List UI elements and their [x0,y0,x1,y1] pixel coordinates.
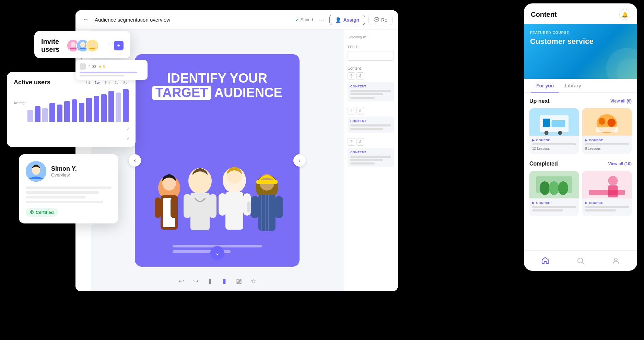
undo-icon[interactable]: ↩ [176,276,186,286]
re-button[interactable]: 💬 Re [368,15,393,25]
filter-1w[interactable]: 1w [93,80,101,85]
active-users-header: Active users 1d 1w 1m 1y 5y [14,79,129,86]
profile-nav-item[interactable] [609,254,623,268]
profile-line-3 [26,196,86,198]
bar-12 [108,91,114,122]
grocery-thumb-svg [582,108,632,136]
content-section-2: ⇧ ⇩ CONTENT [348,107,394,133]
list-bar-2 [80,75,124,76]
course-tag-2: ▶ COURSE [585,138,629,142]
more-button[interactable]: ⋯ [316,15,326,25]
svg-rect-44 [596,127,618,132]
title-input[interactable] [348,51,394,61]
filter-1d[interactable]: 1d [84,80,91,85]
time-filters: 1d 1w 1m 1y 5y [84,80,129,85]
content-label-1: Content [348,66,394,70]
bar-11 [101,94,106,122]
list-preview-card: 4:00 ★ 5 [75,60,148,80]
profile-line-2 [26,191,99,194]
content-tag-3: CONTENT [350,150,391,154]
cafe-thumb-svg [582,171,632,198]
svg-rect-9 [184,194,191,218]
prev-button[interactable]: ‹ [129,154,141,167]
svg-point-42 [599,118,606,125]
star-icon[interactable]: ☆ [248,276,258,286]
slide-wrapper: ‹ › IDENTIFY YOUR TARGET AUDIENCE [135,54,300,267]
active-users-title: Active users [14,79,50,86]
bar-10 [94,96,99,122]
svg-point-31 [90,42,95,47]
svg-rect-25 [275,196,283,218]
featured-title: Customer service [530,37,594,46]
content-tag-2: CONTENT [350,119,391,123]
svg-rect-10 [209,194,216,218]
bar-1 [27,110,33,122]
svg-point-27 [71,42,75,47]
content-panel: Content 🔔 FEATURED COURSE Customer servi… [524,3,637,271]
arrow-buttons-2: ⇧ ⇩ [348,107,394,114]
course-card-4[interactable]: ▶ COURSE [582,171,632,216]
view-all-up-next[interactable]: View all (8) [610,99,632,104]
svg-rect-8 [190,193,210,230]
search-nav-item[interactable] [574,254,587,268]
slide: IDENTIFY YOUR TARGET AUDIENCE [135,54,300,267]
up-arrow-2[interactable]: ⇧ [348,107,355,114]
more-dots[interactable]: ⋮ [106,41,112,50]
course-info-2: ▶ COURSE 8 Lessons [582,136,632,154]
course-tag-1: ▶ COURSE [532,138,576,142]
filter-5y[interactable]: 5y [122,80,129,85]
down-arrow-2[interactable]: ⇩ [356,107,364,114]
content-block-1: CONTENT [348,82,394,101]
svg-line-55 [582,262,584,264]
assign-button[interactable]: 👤 Assign [329,15,365,25]
bottom-toolbar: ↩ ↪ ▮ ▮ ▨ ☆ [176,276,258,286]
course-lessons-1: 12 Lessons [532,147,576,150]
content-tag-1: CONTENT [350,85,391,88]
desktop-icon[interactable]: ▨ [234,276,244,286]
bar-7 [72,99,77,122]
course-card-2[interactable]: ▶ COURSE 8 Lessons [582,108,632,154]
slide-headline-1: IDENTIFY YOUR [167,71,267,85]
panel-header: Content 🔔 [524,3,637,24]
svg-point-49 [558,181,568,195]
back-button[interactable]: ← [81,15,91,25]
arrow-buttons-1: ⇧ ⇩ [348,72,394,80]
list-item-icon [80,63,86,70]
list-time: 4:00 [89,64,96,69]
slide-down-button[interactable]: ⌄ [210,246,224,260]
add-button[interactable]: + [114,41,124,50]
up-arrow-1[interactable]: ⇧ [348,72,355,80]
next-button[interactable]: › [293,154,306,167]
view-all-completed[interactable]: View all (10) [608,161,632,166]
tab-library[interactable]: Library [559,79,586,93]
svg-point-56 [614,258,617,261]
bar-3 [42,108,48,122]
down-arrow-1[interactable]: ⇩ [356,72,364,80]
editor-sidebar: Scrolling m... TITLE Content ⇧ ⇩ CONTENT [343,29,398,291]
tab-for-you[interactable]: For you [531,79,559,93]
svg-point-51 [608,176,618,185]
home-nav-item[interactable] [538,254,552,268]
up-arrow-3[interactable]: ⇧ [348,138,355,146]
course-card-1[interactable]: ▶ COURSE 12 Lessons [529,108,579,154]
course-thumb-2 [582,108,632,136]
filter-1m[interactable]: 1m [103,80,111,85]
course-card-3[interactable]: ▶ COURSE [529,171,579,216]
phone-icon[interactable]: ▮ [220,276,229,286]
up-next-header: Up next View all (8) [529,98,632,104]
redo-icon[interactable]: ↪ [191,276,200,286]
fabric-thumb-svg [529,171,579,198]
course-tag-icon-4: ▶ [585,201,588,205]
course-info-3: ▶ COURSE [529,198,579,216]
filter-1y[interactable]: 1y [113,80,120,85]
down-arrow-3[interactable]: ⇩ [356,138,364,146]
bell-button[interactable]: 🔔 [619,9,630,20]
panel-title: Content [531,11,557,19]
tablet-icon[interactable]: ▮ [205,276,215,286]
bar-4 [49,103,55,122]
invite-avatars [67,39,99,52]
profile-card: Simon Y. Overview ✆ Certified [19,154,118,223]
bar-9 [86,98,92,122]
bar-14 [123,89,128,122]
home-icon [541,257,549,265]
